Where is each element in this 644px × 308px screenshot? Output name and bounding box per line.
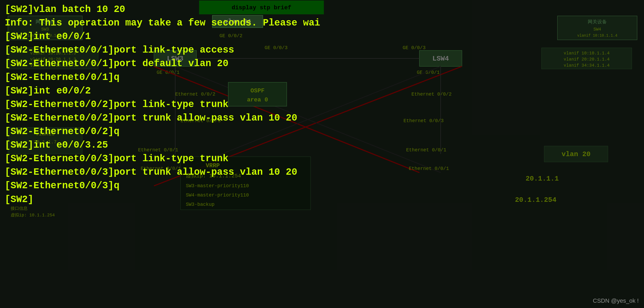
terminal-line-13: [SW2-Ethernet0/0/3]port trunk allow-pass… <box>5 167 297 178</box>
terminal-line-2: Info: This operation may take a few seco… <box>5 18 320 28</box>
terminal-line-8: [SW2-Ethernet0/0/2]port link-type trunk <box>5 99 229 110</box>
csdn-watermark: CSDN @yes_ok ! <box>593 297 639 304</box>
terminal-line-7: [SW2]int e0/0/2 <box>5 85 91 96</box>
terminal-line-11: [SW2]int e0/0/3.25 <box>5 140 108 151</box>
terminal-line-14: [SW2-Ethernet0/0/3]q <box>5 180 119 191</box>
terminal-line-5: [SW2-Ethernet0/0/1]port default vlan 20 <box>5 58 229 69</box>
terminal-line-10: [SW2-Ethernet0/0/2]q <box>5 126 119 137</box>
terminal-line-6: [SW2-Ethernet0/0/1]q <box>5 72 119 83</box>
terminal-line-1: [SW2]vlan batch 10 20 <box>5 4 125 15</box>
terminal-line-15: [SW2] <box>5 194 33 205</box>
terminal-text-block: [SW2]vlan batch 10 20 Info: This operati… <box>0 0 644 209</box>
terminal-line-9: [SW2-Ethernet0/0/2]port trunk allow-pass… <box>5 113 297 123</box>
terminal-line-12: [SW2-Ethernet0/0/3]port link-type trunk <box>5 153 229 164</box>
terminal-line-3: [SW2]int e0/0/1 <box>5 31 91 42</box>
terminal-line-4: [SW2-Ethernet0/0/1]port link-type access <box>5 45 234 55</box>
